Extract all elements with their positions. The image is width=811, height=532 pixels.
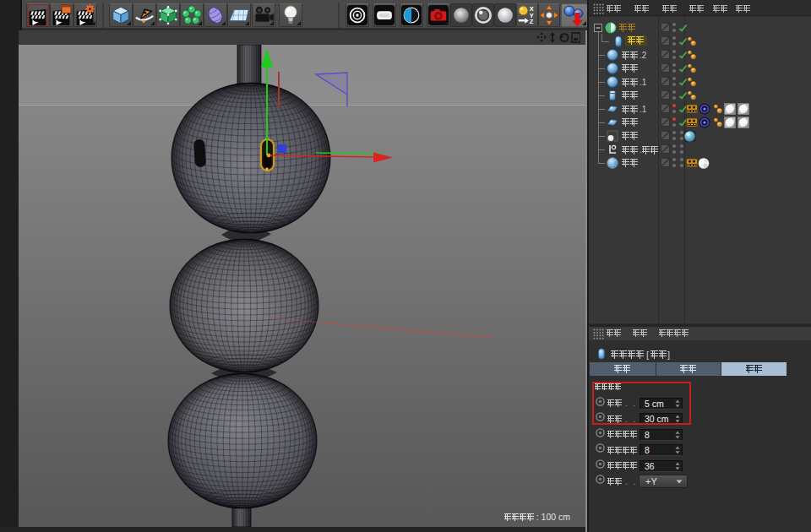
svg-text:Z: Z (530, 18, 534, 25)
